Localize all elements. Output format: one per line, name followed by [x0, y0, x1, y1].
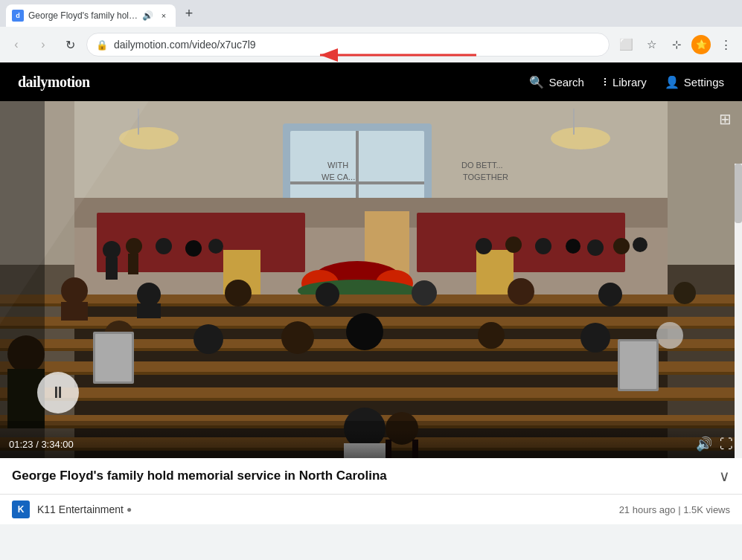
svg-rect-52: [0, 398, 742, 401]
video-time: 01:23 / 3:34:00: [9, 439, 74, 450]
svg-text:WITH: WITH: [327, 161, 348, 170]
settings-label: Settings: [684, 76, 724, 88]
pause-button[interactable]: ⏸: [37, 372, 79, 413]
settings-nav-item[interactable]: 👤 Settings: [665, 75, 724, 89]
video-frame: WITH WE CA... DO BETT... TOGETHER: [0, 101, 742, 458]
verified-icon: ●: [127, 504, 132, 515]
browser-frame: d George Floyd's family hol… 🔊 × + ‹ › ↻…: [0, 0, 742, 560]
video-stats: 21 hours ago | 1.5K views: [619, 504, 730, 515]
channel-logo: K: [12, 501, 30, 518]
svg-point-29: [103, 241, 121, 259]
tab-bar: d George Floyd's family hol… 🔊 × +: [0, 0, 742, 27]
svg-point-15: [551, 127, 610, 149]
svg-point-70: [346, 313, 383, 350]
video-player[interactable]: WITH WE CA... DO BETT... TOGETHER: [0, 101, 742, 458]
forward-button[interactable]: ›: [33, 34, 54, 55]
search-nav-item[interactable]: 🔍 Search: [529, 75, 584, 89]
volume-button[interactable]: 🔊: [696, 436, 712, 452]
search-icon: 🔍: [529, 75, 544, 89]
svg-rect-17: [573, 109, 575, 135]
svg-rect-43: [0, 295, 742, 303]
library-nav-item[interactable]: ⫶ Library: [602, 75, 647, 88]
svg-text:TOGETHER: TOGETHER: [463, 173, 508, 181]
svg-point-65: [598, 283, 622, 306]
scrollbar[interactable]: [735, 164, 742, 458]
profile-button[interactable]: ⭐: [691, 35, 711, 54]
svg-point-41: [613, 238, 630, 254]
svg-point-57: [61, 277, 88, 304]
svg-rect-82: [95, 334, 132, 382]
svg-point-66: [674, 282, 696, 304]
library-icon: ⫶: [602, 75, 608, 88]
screencast-button[interactable]: ⬜: [615, 34, 636, 55]
svg-rect-84: [620, 341, 656, 389]
svg-point-35: [208, 239, 223, 254]
search-label: Search: [548, 76, 584, 88]
tab-title: George Floyd's family hol…: [28, 10, 138, 21]
svg-point-39: [566, 239, 581, 254]
tab-favicon: d: [12, 10, 24, 22]
video-title: George Floyd's family hold memorial serv…: [12, 469, 719, 483]
tab-close-button[interactable]: ×: [158, 10, 170, 22]
site-logo[interactable]: dailymotion: [18, 74, 90, 91]
svg-point-61: [225, 280, 252, 306]
fullscreen-button[interactable]: ⛶: [720, 437, 733, 452]
svg-point-40: [587, 239, 604, 256]
svg-point-34: [185, 240, 202, 257]
svg-text:WE CA...: WE CA...: [322, 173, 355, 181]
scrollbar-thumb[interactable]: [735, 164, 742, 223]
svg-rect-30: [106, 257, 118, 280]
svg-point-31: [126, 238, 142, 254]
svg-rect-32: [128, 254, 138, 274]
svg-rect-44: [0, 303, 742, 306]
svg-point-76: [478, 322, 505, 349]
library-label: Library: [613, 76, 647, 88]
svg-point-42: [633, 237, 647, 252]
svg-point-59: [137, 283, 161, 306]
svg-rect-60: [137, 303, 161, 318]
svg-text:DO BETT...: DO BETT...: [461, 161, 503, 170]
back-button[interactable]: ‹: [6, 34, 27, 55]
video-meta-bar: K K11 Entertainment ● 21 hours ago | 1.5…: [0, 495, 742, 524]
bookmark-button[interactable]: ☆: [641, 34, 662, 55]
media-router-button[interactable]: ⊹: [666, 34, 687, 55]
video-settings-icon[interactable]: ⊞: [719, 110, 732, 128]
video-controls-bar: 01:23 / 3:34:00 🔊 ⛶: [0, 430, 742, 458]
svg-point-64: [508, 278, 534, 305]
svg-point-77: [581, 323, 610, 353]
red-arrow-indicator: [74, 40, 521, 70]
svg-rect-5: [668, 101, 742, 458]
svg-point-37: [505, 236, 522, 253]
menu-button[interactable]: ⋮: [715, 34, 736, 55]
svg-rect-28: [476, 250, 514, 295]
svg-point-38: [535, 238, 551, 254]
svg-rect-58: [61, 302, 88, 321]
svg-point-36: [476, 238, 492, 254]
svg-rect-87: [0, 101, 45, 458]
svg-point-68: [194, 324, 223, 354]
svg-point-33: [156, 238, 172, 254]
svg-rect-9: [290, 181, 424, 184]
account-icon: 👤: [665, 75, 679, 89]
toolbar-right: ⬜ ☆ ⊹ ⭐ ⋮: [615, 34, 736, 55]
video-info-bar: George Floyd's family hold memorial serv…: [0, 458, 742, 495]
tab-audio-icon: 🔊: [142, 10, 153, 21]
svg-point-78: [656, 322, 683, 349]
active-tab[interactable]: d George Floyd's family hol… 🔊 ×: [6, 4, 176, 27]
svg-point-62: [316, 283, 339, 306]
expand-button[interactable]: ∨: [719, 467, 730, 485]
svg-point-63: [412, 280, 437, 306]
channel-name[interactable]: K11 Entertainment ●: [37, 503, 132, 515]
new-tab-button[interactable]: +: [179, 3, 199, 24]
svg-point-69: [281, 321, 314, 354]
